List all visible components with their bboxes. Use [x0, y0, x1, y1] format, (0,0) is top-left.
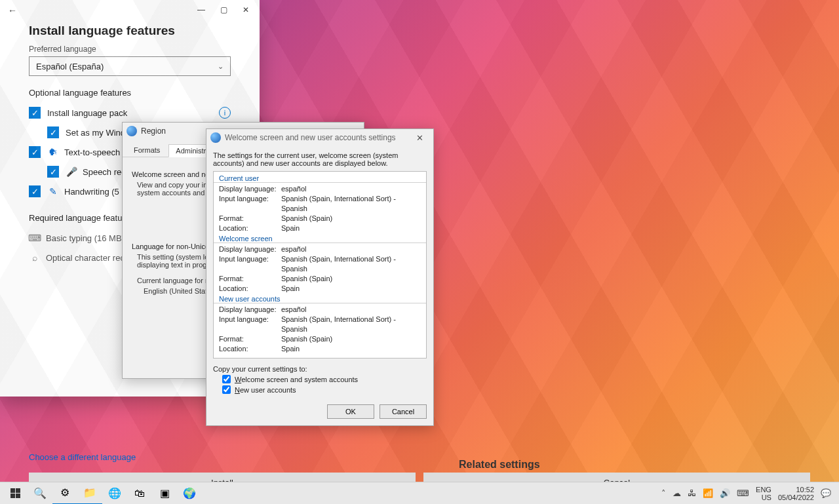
chevron-up-icon[interactable]: ˄	[661, 488, 666, 498]
ok-button[interactable]: OK	[327, 404, 374, 419]
copy-label: Copy your current settings to:	[213, 365, 427, 373]
ime-indicator[interactable]: ENG US	[756, 486, 771, 501]
group-head: Current user	[214, 173, 426, 183]
setting-row: Input language:Spanish (Spain, Internati…	[214, 254, 426, 274]
welcome-desc: The settings for the current user, welco…	[213, 151, 427, 167]
setting-row: Display language:español	[214, 244, 426, 254]
taskbar: 🔍 ⚙ 📁 🌐 🛍 ▣ 🌍 ˄ ☁ 🖧 📶 🔊 ⌨ ENG US 10:52 0…	[0, 482, 839, 504]
keyboard-icon[interactable]: ⌨	[737, 488, 749, 498]
setting-row: Input language:Spanish (Spain, Internati…	[214, 315, 426, 334]
close-icon[interactable]: ✕	[410, 131, 429, 144]
globe-icon	[210, 132, 221, 143]
choose-different-link[interactable]: Choose a different language	[29, 452, 136, 462]
back-icon[interactable]: ←	[8, 5, 17, 16]
region-title: Region	[141, 126, 166, 136]
start-button[interactable]	[3, 482, 28, 505]
cancel-button[interactable]: Cancel	[380, 404, 427, 419]
group-head: New user accounts	[214, 294, 426, 303]
setting-row: Input language:Spanish (Spain, Internati…	[214, 194, 426, 214]
onedrive-icon[interactable]: ☁	[673, 488, 681, 498]
setting-row: Location:Spain	[214, 223, 426, 233]
explorer-taskbar-icon[interactable]: 📁	[77, 482, 102, 505]
related-settings-heading: Related settings	[459, 459, 540, 471]
terminal-taskbar-icon[interactable]: ▣	[152, 482, 177, 505]
store-taskbar-icon[interactable]: 🛍	[127, 482, 152, 505]
cb2-text: ew user accounts	[240, 386, 296, 394]
wifi-icon[interactable]: 📶	[703, 488, 713, 498]
group-head: Welcome screen	[214, 233, 426, 243]
welcome-dialog: Welcome screen and new user accounts set…	[206, 128, 434, 426]
cb-new-user[interactable]	[222, 385, 231, 394]
cb-welcome-screen[interactable]	[222, 375, 231, 383]
setting-row: Format:Spanish (Spain)	[214, 214, 426, 223]
setting-row: Format:Spanish (Spain)	[214, 334, 426, 344]
welcome-title: Welcome screen and new user accounts set…	[225, 133, 396, 142]
search-button[interactable]: 🔍	[28, 482, 52, 505]
notifications-icon[interactable]: 💬	[821, 488, 831, 498]
setting-row: Location:Spain	[214, 284, 426, 294]
welcome-titlebar[interactable]: Welcome screen and new user accounts set…	[206, 129, 433, 146]
volume-icon[interactable]: 🔊	[720, 488, 730, 498]
tab-formats[interactable]: Formats	[127, 144, 167, 157]
welcome-groupbox: Current userDisplay language:españolInpu…	[213, 171, 427, 359]
setting-row: Display language:español	[214, 184, 426, 194]
settings-taskbar-icon[interactable]: ⚙	[52, 482, 77, 505]
setting-row: Location:Spain	[214, 344, 426, 354]
edge-taskbar-icon[interactable]: 🌐	[102, 482, 127, 505]
cb1-text: elcome screen and system accounts	[241, 376, 358, 383]
globe-icon	[127, 126, 137, 136]
network-icon[interactable]: 🖧	[688, 488, 696, 498]
setting-row: Format:Spanish (Spain)	[214, 274, 426, 284]
setting-row: Display language:español	[214, 305, 426, 315]
clock[interactable]: 10:52 05/04/2022	[778, 486, 814, 501]
globe-taskbar-icon[interactable]: 🌍	[177, 482, 202, 505]
